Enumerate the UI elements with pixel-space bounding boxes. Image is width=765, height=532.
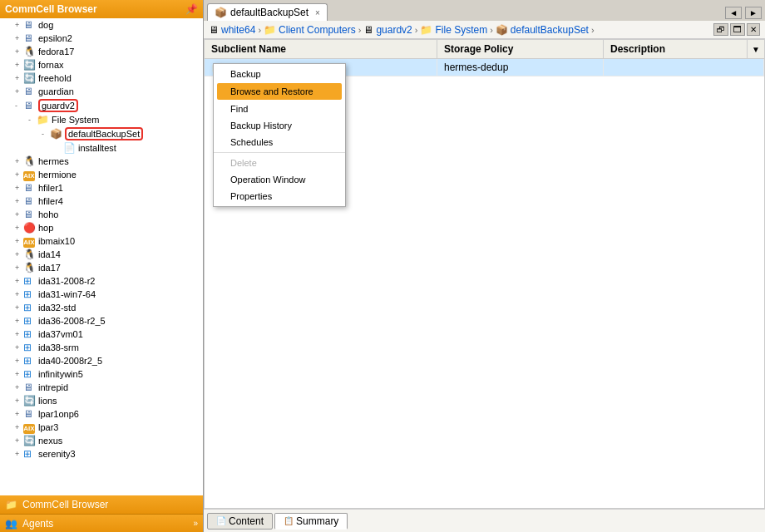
ctx-backup-history[interactable]: Backup History xyxy=(214,117,345,134)
toggle-freehold[interactable]: + xyxy=(15,74,23,82)
computer-icon-hoho: 🖥 xyxy=(23,209,37,220)
tree-item-fedora17[interactable]: + 🐧 fedora17 xyxy=(0,45,203,58)
toggle-ida14[interactable]: + xyxy=(15,250,23,259)
toggle-ida37vm01[interactable]: + xyxy=(15,330,23,338)
window-maximize-btn[interactable]: 🗖 xyxy=(730,23,745,36)
ctx-find[interactable]: Find xyxy=(214,101,345,117)
toggle-fornax[interactable]: + xyxy=(15,61,23,69)
toggle-ida36[interactable]: + xyxy=(15,317,23,325)
tree-item-guardian[interactable]: + 🖥 guardian xyxy=(0,85,203,98)
toggle-defaultbackupset[interactable]: - xyxy=(42,130,50,138)
tree-item-lions[interactable]: + 🔄 lions xyxy=(0,394,203,407)
tree-item-guardv2[interactable]: - 🖥 guardv2 xyxy=(0,98,203,113)
windows-icon-infinitywin5: ⊞ xyxy=(23,368,37,380)
tree-item-ida17[interactable]: + 🐧 ida17 xyxy=(0,261,203,274)
tree-item-ida32-std[interactable]: + ⊞ ida32-std xyxy=(0,301,203,314)
toggle-hfiler4[interactable]: + xyxy=(15,197,23,205)
breadcrumb-backupset-icon: 📦 xyxy=(496,24,508,36)
ctx-backup[interactable]: Backup xyxy=(214,66,345,82)
tree-item-nexus[interactable]: + 🔄 nexus xyxy=(0,434,203,447)
ctx-separator xyxy=(214,152,345,153)
toggle-ibmaix10[interactable]: + xyxy=(15,237,23,245)
toggle-ida38-srm[interactable]: + xyxy=(15,343,23,352)
tree-item-ida40[interactable]: + ⊞ ida40-2008r2_5 xyxy=(0,354,203,367)
computer-icon-hfiler4: 🖥 xyxy=(23,195,37,207)
toggle-ida31-2008-r2[interactable]: + xyxy=(15,277,23,285)
tree-item-hop[interactable]: + 🔴 hop xyxy=(0,221,203,234)
tree-item-epsilon2[interactable]: + 🖥 epsilon2 xyxy=(0,32,203,45)
tab-nav-back[interactable]: ◄ xyxy=(725,7,742,19)
tree-label-guardian: guardian xyxy=(38,86,74,96)
toggle-hermes[interactable]: + xyxy=(15,157,23,165)
special-icon-nexus: 🔄 xyxy=(23,435,37,446)
tree-item-lpar3[interactable]: + AIX lpar3 xyxy=(0,421,203,434)
tree-item-fornax[interactable]: + 🔄 fornax xyxy=(0,58,203,71)
ctx-schedules[interactable]: Schedules xyxy=(214,134,345,150)
toggle-lpar1onp6[interactable]: + xyxy=(15,410,23,418)
toggle-hfiler1[interactable]: + xyxy=(15,184,23,192)
tree-item-dog[interactable]: + 🖥 dog xyxy=(0,18,203,32)
tree-item-hermes[interactable]: + 🐧 hermes xyxy=(0,155,203,168)
tree-item-ida31-2008-r2[interactable]: + ⊞ ida31-2008-r2 xyxy=(0,274,203,288)
ctx-browse-restore[interactable]: Browse and Restore xyxy=(217,83,342,100)
ctx-properties[interactable]: Properties xyxy=(214,188,345,204)
tree-item-ida37vm01[interactable]: + ⊞ ida37vm01 xyxy=(0,328,203,341)
tree-item-infinitywin5[interactable]: + ⊞ infinitywin5 xyxy=(0,367,203,381)
toggle-ida40[interactable]: + xyxy=(15,357,23,365)
tree-label-hfiler4: hfiler4 xyxy=(38,196,63,206)
tree-item-hoho[interactable]: + 🖥 hoho xyxy=(0,208,203,221)
tab-content[interactable]: 📄 Content xyxy=(207,513,273,530)
tree-item-ida31-win7-64[interactable]: + ⊞ ida31-win7-64 xyxy=(0,288,203,301)
breadcrumb-client-computers[interactable]: Client Computers xyxy=(279,24,356,36)
tree-item-ida36[interactable]: + ⊞ ida36-2008-r2_5 xyxy=(0,314,203,328)
agents-tab[interactable]: 👥 Agents » xyxy=(0,514,203,532)
toggle-intrepid[interactable]: + xyxy=(15,383,23,392)
left-panel: CommCell Browser 📌 + 🖥 dog + 🖥 epsilon2 xyxy=(0,0,204,532)
tab-nav-forward[interactable]: ► xyxy=(745,7,762,19)
tree-item-intrepid[interactable]: + 🖥 intrepid xyxy=(0,381,203,394)
toggle-lpar3[interactable]: + xyxy=(15,423,23,431)
tree-item-filesystem[interactable]: - 📁 File System xyxy=(0,113,203,126)
tree-item-lpar1onp6[interactable]: + 🖥 lpar1onp6 xyxy=(0,407,203,421)
breadcrumb-defaultbackupset[interactable]: defaultBackupSet xyxy=(511,24,589,36)
tab-close-button[interactable]: × xyxy=(315,8,320,17)
breadcrumb-filesystem[interactable]: File System xyxy=(435,24,487,36)
window-restore-btn[interactable]: 🗗 xyxy=(713,23,728,36)
tree-item-serenity3[interactable]: + ⊞ serenity3 xyxy=(0,447,203,461)
toggle-hermione[interactable]: + xyxy=(15,170,23,179)
toggle-lions[interactable]: + xyxy=(15,397,23,405)
tree-item-installtest[interactable]: 📄 installtest xyxy=(0,141,203,155)
tree-item-hfiler4[interactable]: + 🖥 hfiler4 xyxy=(0,195,203,208)
tree-item-hfiler1[interactable]: + 🖥 hfiler1 xyxy=(0,181,203,195)
toggle-ida32-std[interactable]: + xyxy=(15,303,23,312)
tab-defaultbackupset[interactable]: 📦 defaultBackupSet × xyxy=(207,3,328,21)
tree-item-ida38-srm[interactable]: + ⊞ ida38-srm xyxy=(0,341,203,354)
toggle-hoho[interactable]: + xyxy=(15,210,23,219)
window-close-btn[interactable]: ✕ xyxy=(747,23,760,36)
toggle-guardv2[interactable]: - xyxy=(15,101,23,110)
breadcrumb-guardv2[interactable]: guardv2 xyxy=(376,24,412,36)
tree-item-hermione[interactable]: + AIX hermione xyxy=(0,168,203,181)
toggle-filesystem[interactable]: - xyxy=(28,116,37,124)
tree-item-freehold[interactable]: + 🔄 freehold xyxy=(0,71,203,85)
th-expand-icon[interactable]: ▼ xyxy=(748,40,764,58)
tree-item-ibmaix10[interactable]: + AIX ibmaix10 xyxy=(0,234,203,248)
toggle-epsilon2[interactable]: + xyxy=(15,34,23,42)
table-header: Subclient Name Storage Policy Descriptio… xyxy=(205,40,764,59)
toggle-dog[interactable]: + xyxy=(15,21,23,29)
tree-label-ida31-win7-64: ida31-win7-64 xyxy=(38,289,96,299)
toggle-nexus[interactable]: + xyxy=(15,436,23,445)
tree-item-ida14[interactable]: + 🐧 ida14 xyxy=(0,248,203,261)
ctx-operation-window[interactable]: Operation Window xyxy=(214,171,345,188)
toggle-fedora17[interactable]: + xyxy=(15,47,23,56)
toggle-hop[interactable]: + xyxy=(15,224,23,232)
toggle-infinitywin5[interactable]: + xyxy=(15,370,23,378)
tree-item-defaultbackupset[interactable]: - 📦 defaultBackupSet xyxy=(0,126,203,141)
breadcrumb-white64[interactable]: white64 xyxy=(221,24,255,36)
toggle-ida17[interactable]: + xyxy=(15,264,23,272)
toggle-serenity3[interactable]: + xyxy=(15,450,23,458)
tab-summary[interactable]: 📋 Summary xyxy=(274,513,348,530)
pin-icon[interactable]: 📌 xyxy=(185,3,198,15)
toggle-guardian[interactable]: + xyxy=(15,87,23,96)
toggle-ida31-win7-64[interactable]: + xyxy=(15,290,23,298)
